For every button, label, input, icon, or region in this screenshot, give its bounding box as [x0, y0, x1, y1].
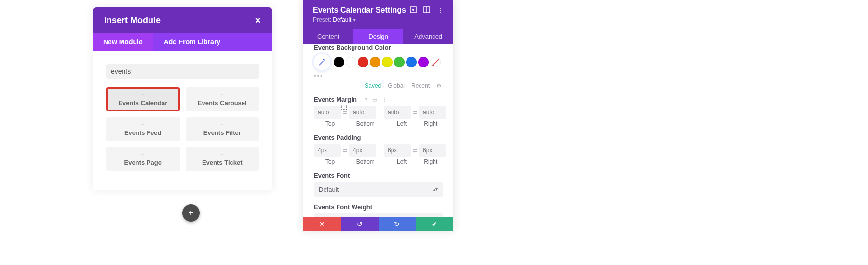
kebab-icon[interactable]: ⋮ — [437, 6, 444, 14]
insert-module-title: Insert Module — [104, 15, 161, 26]
tab-add-from-library[interactable]: Add From Library — [153, 33, 231, 51]
sublabel-top: Top — [314, 120, 346, 127]
margin-label-text: Events Margin — [314, 96, 357, 103]
insert-module-tabs: New Module Add From Library — [93, 33, 272, 51]
margin-inputs: ⇄ ⇄ — [314, 106, 443, 119]
module-item-label: Events Calendar — [118, 99, 167, 106]
preset-value: Default — [333, 16, 351, 23]
swatch-black[interactable] — [334, 57, 344, 67]
margin-sublabels: Top Bottom Left Right — [314, 120, 443, 127]
module-icon: ≡ — [220, 122, 224, 128]
font-select[interactable]: Default ▴▾ — [314, 182, 443, 197]
module-item-label: Events Feed — [124, 129, 162, 136]
module-item-label: Events Ticket — [202, 159, 243, 166]
swatch-tab-recent[interactable]: Recent — [411, 82, 430, 89]
module-item-events-ticket[interactable]: ≡ Events Ticket — [186, 147, 259, 171]
tablet-icon[interactable]: ▭ — [372, 97, 377, 103]
module-item-events-filter[interactable]: ≡ Events Filter — [186, 117, 259, 141]
module-icon: ≡ — [141, 122, 145, 128]
swatch-red[interactable] — [358, 57, 368, 67]
swatch-tab-global[interactable]: Global — [388, 82, 405, 89]
add-module-button[interactable]: + — [182, 204, 200, 222]
swatch-purple[interactable] — [418, 57, 429, 67]
padding-bottom-input[interactable] — [349, 144, 376, 157]
margin-right-input[interactable] — [419, 106, 446, 119]
color-swatch-row — [314, 54, 443, 70]
module-icon: ≡ — [141, 93, 145, 98]
sublabel-bottom: Bottom — [346, 159, 384, 165]
margin-top-input[interactable] — [314, 106, 341, 119]
module-search-input[interactable] — [106, 64, 259, 79]
kebab-icon[interactable]: ⋮ — [382, 97, 387, 103]
insert-module-panel: Insert Module ✕ New Module Add From Libr… — [93, 7, 272, 190]
link-icon[interactable]: ⇄ — [413, 147, 417, 154]
padding-top-input[interactable] — [314, 144, 341, 157]
swatch-none[interactable] — [430, 57, 441, 67]
sublabel-bottom: Bottom — [346, 120, 384, 127]
help-icon[interactable]: ? — [364, 97, 367, 103]
link-icon[interactable]: ⇄ — [413, 109, 417, 116]
tab-content[interactable]: Content — [303, 29, 353, 44]
tab-new-module[interactable]: New Module — [93, 33, 153, 51]
undo-button[interactable]: ↺ — [341, 217, 379, 231]
module-item-events-feed[interactable]: ≡ Events Feed — [106, 117, 180, 141]
font-select-value: Default — [319, 186, 339, 193]
svg-point-1 — [412, 9, 414, 11]
settings-header: Events Calendar Settings ⋮ Preset: Defau… — [303, 0, 453, 29]
link-icon[interactable]: ⇄ — [343, 109, 347, 116]
margin-bottom-input[interactable] — [349, 106, 376, 119]
module-item-label: Events Carousel — [198, 99, 247, 106]
discard-button[interactable]: ✕ — [303, 217, 341, 231]
swatch-yellow[interactable] — [382, 57, 393, 67]
settings-title: Events Calendar Settings — [313, 6, 406, 14]
settings-tabs: Content Design Advanced — [303, 29, 453, 44]
swatch-tabs: Saved Global Recent ⚙ — [314, 82, 443, 89]
sublabel-left: Left — [384, 120, 419, 127]
padding-right-input[interactable] — [419, 144, 446, 157]
padding-label: Events Padding — [314, 134, 443, 141]
preset-row[interactable]: Preset: Default ▾ — [313, 16, 444, 23]
more-dots-icon[interactable]: ••• — [314, 72, 443, 80]
plus-icon: + — [188, 208, 194, 219]
eyedropper-button[interactable] — [314, 54, 330, 70]
tab-design[interactable]: Design — [353, 29, 404, 44]
save-button[interactable]: ✔ — [416, 217, 453, 231]
swatch-blue[interactable] — [406, 57, 417, 67]
sublabel-right: Right — [419, 120, 443, 127]
select-arrows-icon: ▴▾ — [433, 188, 438, 191]
expand-icon[interactable] — [410, 6, 417, 14]
bg-color-label: Events Background Color — [314, 44, 443, 51]
close-icon[interactable]: ✕ — [255, 16, 261, 25]
redo-icon: ↻ — [394, 220, 400, 228]
swatch-green[interactable] — [394, 57, 405, 67]
tab-advanced[interactable]: Advanced — [403, 29, 453, 44]
font-label: Events Font — [314, 172, 443, 179]
swatch-tab-saved[interactable]: Saved — [365, 82, 381, 89]
padding-inputs: ⇄ ⇄ — [314, 144, 443, 157]
module-grid: ≡ Events Calendar ≡ Events Carousel ≡ Ev… — [106, 87, 259, 171]
link-icon[interactable]: ⇄ — [343, 147, 347, 154]
insert-module-body: ≡ Events Calendar ≡ Events Carousel ≡ Ev… — [93, 51, 272, 190]
module-item-events-page[interactable]: ≡ Events Page — [106, 147, 180, 171]
chevron-down-icon: ▾ — [353, 16, 356, 23]
margin-left-input[interactable] — [384, 106, 411, 119]
settings-header-icons: ⋮ — [410, 6, 444, 14]
check-icon: ✔ — [432, 220, 437, 228]
sublabel-right: Right — [419, 159, 443, 165]
swatch-white[interactable] — [346, 57, 356, 67]
redo-button[interactable]: ↻ — [379, 217, 416, 231]
module-item-events-calendar[interactable]: ≡ Events Calendar — [106, 87, 180, 111]
module-icon: ≡ — [220, 152, 224, 158]
columns-icon[interactable] — [423, 6, 430, 14]
swatch-orange[interactable] — [370, 57, 380, 67]
settings-body[interactable]: Events Background Color ••• Saved Global… — [303, 44, 453, 217]
close-icon: ✕ — [319, 220, 325, 228]
padding-left-input[interactable] — [384, 144, 411, 157]
sublabel-left: Left — [384, 159, 419, 165]
font-weight-select[interactable]: Regular ▴▾ — [314, 213, 443, 217]
sublabel-top: Top — [314, 159, 346, 165]
module-item-label: Events Page — [124, 159, 162, 166]
gear-icon[interactable]: ⚙ — [436, 82, 442, 89]
module-item-events-carousel[interactable]: ≡ Events Carousel — [186, 87, 259, 111]
settings-footer: ✕ ↺ ↻ ✔ — [303, 217, 453, 231]
